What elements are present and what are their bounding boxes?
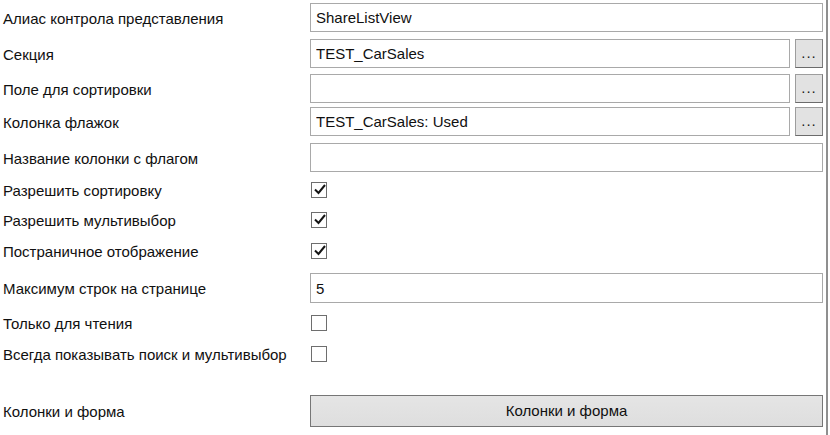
paging-checkbox[interactable] [311, 243, 327, 259]
section-label: Секция [3, 45, 54, 62]
always-show-search-label: Всегда показывать поиск и мультивыбор [3, 346, 287, 363]
flag-column-browse-button[interactable]: ... [795, 107, 823, 136]
row-flag-caption: Название колонки с флагом [0, 143, 830, 172]
flag-caption-input[interactable] [310, 143, 823, 172]
alias-input[interactable] [310, 3, 823, 32]
columns-form-button[interactable]: Колонки и форма [310, 395, 823, 427]
allow-sorting-checkbox[interactable] [311, 182, 327, 198]
max-rows-label: Максимум строк на странице [3, 280, 206, 297]
sort-field-label: Поле для сортировки [3, 80, 152, 97]
flag-column-label: Колонка флажок [3, 113, 119, 130]
row-always-show-search: Всегда показывать поиск и мультивыбор [0, 346, 830, 362]
row-flag-column: Колонка флажок ... [0, 107, 830, 136]
read-only-label: Только для чтения [3, 315, 132, 332]
always-show-search-checkbox[interactable] [311, 346, 327, 362]
alias-label: Алиас контрола представления [3, 9, 223, 26]
flag-caption-label: Название колонки с флагом [3, 149, 198, 166]
columns-form-label: Колонки и форма [3, 403, 125, 420]
flag-column-input[interactable] [310, 107, 790, 136]
read-only-checkbox[interactable] [311, 315, 327, 331]
row-paging: Постраничное отображение [0, 243, 830, 259]
sort-field-browse-button[interactable]: ... [795, 74, 823, 103]
max-rows-input[interactable] [310, 273, 823, 303]
row-section: Секция ... [0, 39, 830, 68]
properties-panel: Алиас контрола представления Секция ... … [0, 0, 830, 435]
paging-label: Постраничное отображение [3, 243, 199, 260]
row-sort-field: Поле для сортировки ... [0, 74, 830, 103]
allow-multiselect-label: Разрешить мультивыбор [3, 212, 176, 229]
row-read-only: Только для чтения [0, 315, 830, 331]
checkmark-icon [311, 210, 329, 228]
panel-right-edge [826, 0, 828, 435]
section-input[interactable] [310, 39, 790, 68]
row-columns-form: Колонки и форма Колонки и форма [0, 395, 830, 427]
sort-field-input[interactable] [310, 74, 790, 103]
row-alias: Алиас контрола представления [0, 3, 830, 32]
row-max-rows: Максимум строк на странице [0, 273, 830, 303]
allow-sorting-label: Разрешить сортировку [3, 182, 162, 199]
allow-multiselect-checkbox[interactable] [311, 212, 327, 228]
section-browse-button[interactable]: ... [795, 39, 823, 68]
checkmark-icon [311, 241, 329, 259]
row-allow-multiselect: Разрешить мультивыбор [0, 212, 830, 228]
checkmark-icon [311, 180, 329, 198]
row-allow-sorting: Разрешить сортировку [0, 182, 830, 198]
